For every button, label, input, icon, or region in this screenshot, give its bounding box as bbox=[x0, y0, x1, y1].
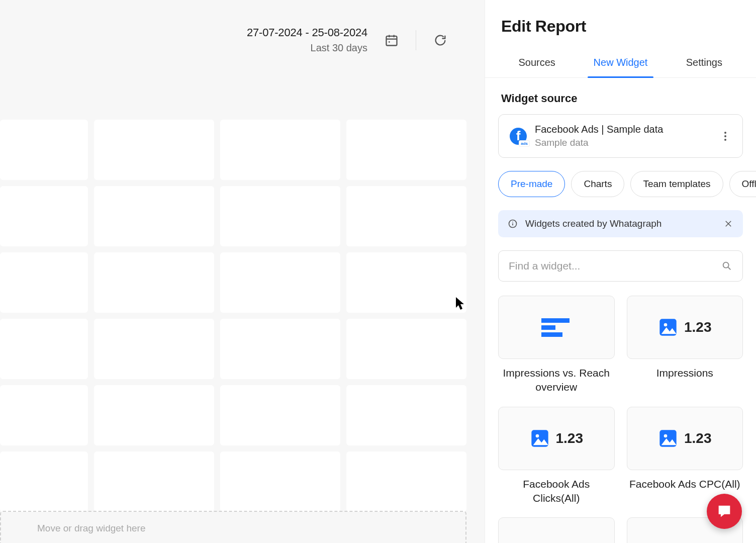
app-root: 27-07-2024 - 25-08-2024 Last 30 days bbox=[0, 0, 756, 543]
widget-label: Facebook Ads Clicks(All) bbox=[498, 477, 615, 506]
source-texts: Facebook Ads | Sample data Sample data bbox=[535, 124, 711, 148]
widget-label: Impressions vs. Reach overview bbox=[498, 366, 615, 395]
grid-cell bbox=[346, 186, 466, 246]
svg-point-18 bbox=[535, 434, 539, 437]
widget-thumb-value: 1.23 bbox=[684, 319, 712, 335]
grid-cell bbox=[94, 319, 214, 379]
refresh-button[interactable] bbox=[433, 33, 447, 47]
panel-tabs: Sources New Widget Settings bbox=[485, 48, 756, 78]
widget-impressions[interactable]: 1.23 Impressions bbox=[627, 296, 743, 395]
grid-cell bbox=[220, 120, 340, 180]
widget-thumb: 1.23 bbox=[498, 407, 615, 470]
widget-thumb: 1.23 bbox=[627, 407, 743, 470]
tab-new-widget[interactable]: New Widget bbox=[579, 48, 662, 77]
close-icon bbox=[724, 219, 733, 228]
pill-offline[interactable]: Offline bbox=[729, 171, 756, 197]
source-title: Facebook Ads | Sample data bbox=[535, 124, 711, 135]
svg-point-7 bbox=[512, 222, 513, 223]
tab-sources[interactable]: Sources bbox=[495, 48, 579, 77]
widget-label: Facebook Ads CPC(All) bbox=[629, 477, 740, 491]
grid-cell bbox=[0, 120, 88, 180]
svg-point-16 bbox=[664, 323, 668, 327]
grid-cell bbox=[220, 451, 340, 512]
grid-cell bbox=[346, 252, 466, 313]
chat-icon bbox=[716, 503, 733, 520]
grid-cell bbox=[0, 186, 88, 246]
svg-point-4 bbox=[389, 41, 390, 43]
pill-charts[interactable]: Charts bbox=[571, 171, 624, 197]
widget-filter-pills: Pre-made Charts Team templates Offline bbox=[485, 158, 756, 197]
grid-cell bbox=[0, 319, 88, 379]
panel-title: Edit Report bbox=[485, 17, 756, 48]
widget-search-input[interactable] bbox=[509, 260, 714, 272]
placeholder-grid bbox=[0, 120, 466, 543]
edit-report-panel: Edit Report Sources New Widget Settings … bbox=[485, 0, 756, 543]
calendar-button[interactable] bbox=[385, 33, 399, 47]
canvas-body: Move or drag widget here bbox=[0, 106, 485, 543]
svg-rect-13 bbox=[541, 325, 555, 330]
grid-cell bbox=[346, 385, 466, 445]
info-banner-text: Widgets created by Whatagraph bbox=[525, 218, 662, 229]
source-card[interactable]: f Facebook Ads | Sample data Sample data bbox=[498, 114, 743, 158]
widget-fb-ads-clicks[interactable]: 1.23 Facebook Ads Clicks(All) bbox=[498, 407, 615, 506]
bar-chart-icon bbox=[541, 316, 572, 338]
source-more-button[interactable] bbox=[719, 130, 731, 142]
widget-thumb bbox=[498, 517, 615, 543]
widget-item-more[interactable] bbox=[498, 517, 615, 543]
svg-rect-14 bbox=[541, 332, 562, 337]
info-banner-close[interactable] bbox=[723, 218, 734, 229]
report-canvas: 27-07-2024 - 25-08-2024 Last 30 days bbox=[0, 0, 485, 543]
date-range-sub: Last 30 days bbox=[247, 42, 367, 54]
svg-line-11 bbox=[728, 267, 731, 270]
widget-source-label: Widget source bbox=[485, 78, 756, 114]
pill-premade[interactable]: Pre-made bbox=[498, 171, 565, 197]
search-icon bbox=[721, 260, 732, 272]
grid-cell bbox=[220, 252, 340, 313]
date-range-value: 27-07-2024 - 25-08-2024 bbox=[247, 26, 367, 39]
svg-point-10 bbox=[723, 262, 729, 268]
grid-cell bbox=[346, 120, 466, 180]
grid-cell bbox=[94, 252, 214, 313]
date-range-block: 27-07-2024 - 25-08-2024 Last 30 days bbox=[247, 26, 447, 54]
image-icon bbox=[530, 428, 550, 448]
vertical-divider bbox=[416, 30, 416, 50]
grid-cell bbox=[94, 186, 214, 246]
widget-label: Impressions bbox=[656, 366, 713, 380]
grid-cell bbox=[94, 451, 214, 512]
widget-impressions-vs-reach[interactable]: Impressions vs. Reach overview bbox=[498, 296, 615, 395]
facebook-ads-icon: f bbox=[510, 128, 527, 145]
svg-point-20 bbox=[664, 434, 668, 437]
widget-thumb-value: 1.23 bbox=[556, 430, 584, 446]
grid-cell bbox=[220, 186, 340, 246]
svg-rect-0 bbox=[387, 36, 397, 45]
grid-cell bbox=[0, 385, 88, 445]
grid-cell bbox=[0, 451, 88, 512]
pill-team-templates[interactable]: Team templates bbox=[630, 171, 723, 197]
grid-cell bbox=[0, 252, 88, 313]
image-icon bbox=[658, 317, 678, 337]
widget-fb-ads-cpc[interactable]: 1.23 Facebook Ads CPC(All) bbox=[627, 407, 743, 506]
grid-cell bbox=[220, 385, 340, 445]
info-icon bbox=[507, 218, 518, 229]
widget-thumb: 1.23 bbox=[627, 296, 743, 359]
grid-cell bbox=[94, 385, 214, 445]
grid-cell bbox=[94, 120, 214, 180]
chat-launcher[interactable] bbox=[707, 494, 742, 529]
widget-thumb bbox=[498, 296, 615, 359]
drop-zone-label: Move or drag widget here bbox=[37, 523, 145, 534]
tab-settings[interactable]: Settings bbox=[663, 48, 746, 77]
widget-search[interactable] bbox=[498, 250, 743, 282]
widget-thumb-value: 1.23 bbox=[684, 430, 712, 446]
info-banner: Widgets created by Whatagraph bbox=[498, 210, 743, 237]
refresh-icon bbox=[433, 33, 447, 47]
date-range-text: 27-07-2024 - 25-08-2024 Last 30 days bbox=[247, 26, 367, 54]
drop-zone[interactable]: Move or drag widget here bbox=[0, 511, 466, 543]
grid-cell bbox=[346, 319, 466, 379]
grid-cell bbox=[346, 451, 466, 512]
source-subtitle: Sample data bbox=[535, 137, 711, 148]
calendar-icon bbox=[385, 33, 399, 47]
grid-cell bbox=[220, 319, 340, 379]
image-icon bbox=[658, 428, 678, 448]
svg-rect-12 bbox=[541, 318, 570, 323]
canvas-header: 27-07-2024 - 25-08-2024 Last 30 days bbox=[0, 0, 485, 106]
